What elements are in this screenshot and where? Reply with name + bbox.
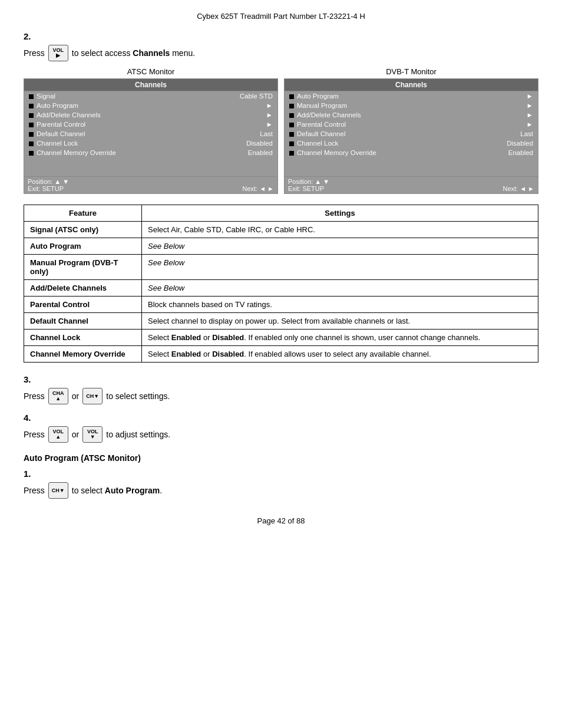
vol-up-button-icon[interactable]: VOL▲ [48, 426, 68, 443]
chv-button-icon[interactable]: CH▼ [82, 388, 103, 404]
step1-sub-section: 1. Press CH▼ to select Auto Program. [24, 469, 538, 499]
step2-press-text: Press [24, 48, 45, 58]
dvbt-channels-table: Channels Auto Program►Manual Program►Add… [284, 78, 538, 177]
settings-cell: See Below [142, 255, 538, 280]
monitors-row: ATSC Monitor Channels SignalCable STDAut… [24, 67, 538, 194]
step4-section: 4. Press VOL▲ or VOL▼ to adjust settings… [24, 413, 538, 443]
step3-num: 3. [24, 374, 538, 384]
feature-name-cell: Channel Memory Override [24, 346, 142, 363]
page-footer-text: Page 42 of 88 [257, 516, 305, 525]
settings-cell: See Below [142, 238, 538, 255]
feature-name-cell: Default Channel [24, 313, 142, 330]
dvbt-table-header: Channels [285, 79, 538, 91]
atsc-channels-table: Channels SignalCable STDAuto Program►Add… [24, 78, 278, 177]
feature-name-cell: Parental Control [24, 297, 142, 313]
vol-down-button-icon[interactable]: VOL▼ [82, 426, 103, 443]
step3-or-text: or [72, 391, 79, 401]
dvbt-channel-footer: Position: ▲ ▼ Exit: SETUP Next: ◄ ► [284, 177, 538, 194]
step1-sub-action-text: to select Auto Program. [72, 486, 162, 495]
step1-sub-press-text: Press [24, 486, 45, 495]
col-settings-header: Settings [142, 205, 538, 222]
step2-section: 2. Press VOL▶ to select access Channels … [24, 31, 538, 194]
feature-name-cell: Channel Lock [24, 330, 142, 346]
step4-or-text: or [72, 430, 79, 439]
atsc-channel-footer: Position: ▲ ▼ Exit: SETUP Next: ◄ ► [24, 177, 278, 194]
step4-press-line: Press VOL▲ or VOL▼ to adjust settings. [24, 426, 538, 443]
dvbt-footer-position: Position: ▲ ▼ [288, 178, 329, 185]
feature-settings-table: Feature Settings Signal (ATSC only)Selec… [24, 205, 538, 363]
atsc-table-header: Channels [24, 79, 278, 91]
page-footer: Page 42 of 88 [24, 516, 538, 525]
step2-access-text: to select access Channels menu. [72, 48, 195, 58]
settings-cell: Select Air, Cable STD, Cable IRC, or Cab… [142, 222, 538, 238]
col-feature-header: Feature [24, 205, 142, 222]
step3-press-text: Press [24, 391, 45, 401]
dvbt-footer-next: Next: ◄ ► [503, 185, 534, 192]
cha-button-icon[interactable]: CHA▲ [48, 388, 68, 404]
step1-chv-button-icon[interactable]: CH▼ [48, 482, 68, 499]
settings-cell: Select Enabled or Disabled. If enabled o… [142, 330, 538, 346]
settings-cell: Select Enabled or Disabled. If enabled a… [142, 346, 538, 363]
step3-press-line: Press CHA▲ or CH▼ to select settings. [24, 388, 538, 404]
auto-program-title: Auto Program (ATSC Monitor) [24, 453, 538, 463]
atsc-footer-next: Next: ◄ ► [242, 185, 274, 192]
step3-action-text: to select settings. [106, 391, 170, 401]
page-header: Cybex 625T Treadmill Part Number LT-2322… [24, 12, 538, 21]
atsc-footer-position: Position: ▲ ▼ [28, 178, 69, 185]
settings-cell: Select channel to display on power up. S… [142, 313, 538, 330]
step1-sub-num: 1. [24, 469, 538, 479]
feature-name-cell: Auto Program [24, 238, 142, 255]
feature-name-cell: Add/Delete Channels [24, 280, 142, 297]
step2-press-line: Press VOL▶ to select access Channels men… [24, 45, 538, 61]
dvbt-monitor-block: DVB-T Monitor Channels Auto Program►Manu… [284, 67, 538, 194]
feature-name-cell: Signal (ATSC only) [24, 222, 142, 238]
step4-num: 4. [24, 413, 538, 423]
step2-num: 2. [24, 31, 538, 41]
atsc-monitor-block: ATSC Monitor Channels SignalCable STDAut… [24, 67, 278, 194]
step3-section: 3. Press CHA▲ or CH▼ to select settings. [24, 374, 538, 404]
header-title: Cybex 625T Treadmill Part Number LT-2322… [197, 12, 365, 21]
step1-sub-press-line: Press CH▼ to select Auto Program. [24, 482, 538, 499]
settings-cell: See Below [142, 280, 538, 297]
dvbt-footer-exit: Exit: SETUP [288, 185, 324, 192]
step4-press-text: Press [24, 430, 45, 439]
atsc-monitor-label: ATSC Monitor [24, 67, 278, 76]
feature-name-cell: Manual Program (DVB-T only) [24, 255, 142, 280]
atsc-footer-exit: Exit: SETUP [28, 185, 64, 192]
dvbt-monitor-label: DVB-T Monitor [284, 67, 538, 76]
step4-action-text: to adjust settings. [106, 430, 170, 439]
settings-cell: Block channels based on TV ratings. [142, 297, 538, 313]
vol-button-icon[interactable]: VOL▶ [48, 45, 68, 61]
